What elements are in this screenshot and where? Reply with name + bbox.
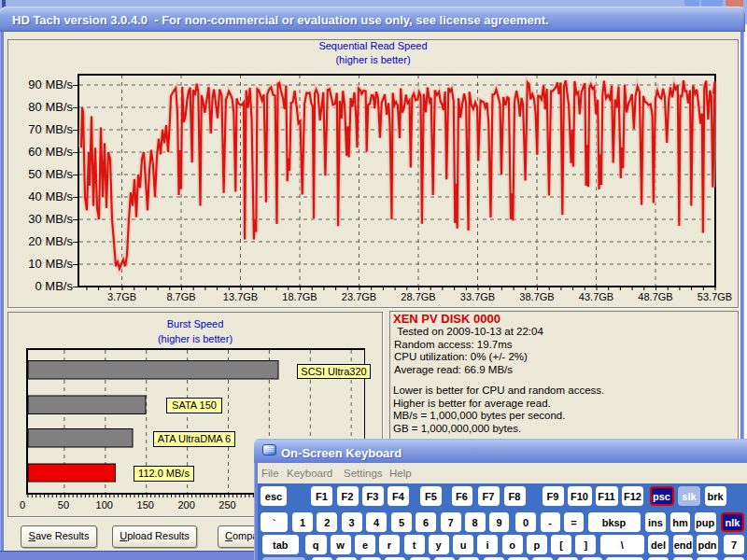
svg-text:28.7GB: 28.7GB	[401, 291, 435, 302]
svg-text:53.7GB: 53.7GB	[698, 291, 732, 302]
svg-text:100: 100	[96, 499, 113, 511]
svg-text:200: 200	[177, 499, 194, 511]
svg-text:48.7GB: 48.7GB	[638, 291, 672, 302]
svg-text:10 MB/s: 10 MB/s	[28, 257, 73, 271]
svg-text:3.7GB: 3.7GB	[107, 291, 136, 302]
svg-text:0 MB/s: 0 MB/s	[35, 279, 74, 293]
svg-text:150: 150	[137, 499, 154, 511]
svg-text:50 MB/s: 50 MB/s	[28, 167, 73, 181]
svg-text:50: 50	[58, 499, 69, 511]
svg-text:70 MB/s: 70 MB/s	[28, 122, 73, 136]
svg-text:80 MB/s: 80 MB/s	[28, 100, 73, 114]
svg-text:20 MB/s: 20 MB/s	[28, 234, 73, 248]
svg-text:60 MB/s: 60 MB/s	[28, 145, 73, 159]
svg-text:13.7GB: 13.7GB	[223, 291, 258, 302]
svg-text:38.7GB: 38.7GB	[519, 291, 554, 302]
svg-text:23.7GB: 23.7GB	[342, 291, 376, 302]
svg-text:40 MB/s: 40 MB/s	[28, 189, 73, 203]
svg-text:30 MB/s: 30 MB/s	[28, 212, 73, 226]
svg-text:33.7GB: 33.7GB	[460, 291, 495, 302]
svg-text:8.7GB: 8.7GB	[166, 291, 195, 302]
svg-text:250: 250	[218, 499, 235, 511]
svg-text:18.7GB: 18.7GB	[282, 291, 317, 302]
svg-text:90 MB/s: 90 MB/s	[28, 77, 73, 91]
svg-text:0: 0	[20, 499, 25, 511]
svg-text:43.7GB: 43.7GB	[579, 291, 613, 302]
